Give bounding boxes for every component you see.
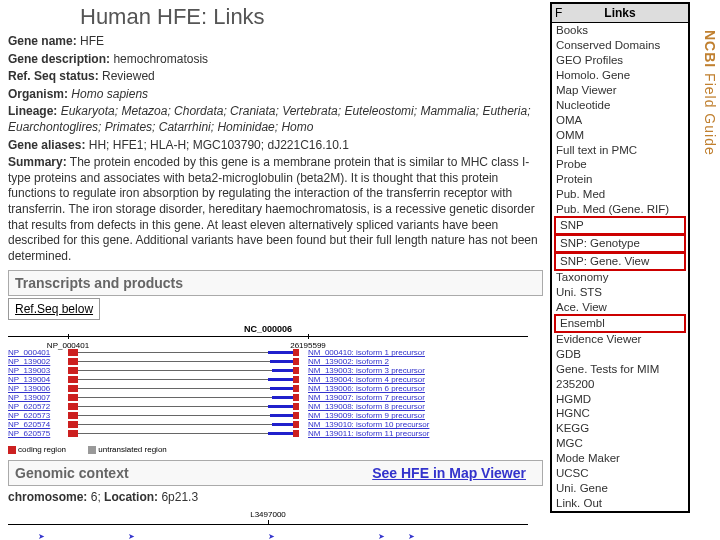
link-item[interactable]: Map Viewer [552, 83, 688, 98]
link-item[interactable]: Books [552, 23, 688, 38]
slide-title: Human HFE: Links [80, 4, 265, 30]
transcript-row: NP_139004NM_139004: isoform 4 precursor [8, 375, 528, 384]
gene-desc-value: hemochromatosis [113, 52, 208, 66]
main-content: Gene name: HFE Gene description: hemochr… [8, 32, 543, 540]
transcript-id-right[interactable]: NM_000410: isoform 1 precursor [308, 348, 425, 357]
lineage-value: Eukaryota; Metazoa; Chordata; Craniata; … [8, 104, 530, 134]
transcript-id-left[interactable]: NP_000401 [8, 348, 63, 357]
transcript-id-left[interactable]: NP_139004 [8, 375, 63, 384]
link-item[interactable]: 235200 [552, 377, 688, 392]
mapviewer-link[interactable]: See HFE in Map Viewer [372, 465, 526, 481]
chrom-label: NC_000006 [244, 324, 292, 334]
link-item[interactable]: Pub. Med (Gene. RIF) [552, 202, 688, 217]
link-item[interactable]: Mode Maker [552, 451, 688, 466]
transcript-id-left[interactable]: NP_139006 [8, 384, 63, 393]
chromosome-value: 6; [91, 490, 101, 504]
summary-value: The protein encoded by this gene is a me… [8, 155, 538, 263]
refseq-below-link[interactable]: Ref.Seq below [8, 298, 100, 320]
transcript-id-left[interactable]: NP_620572 [8, 402, 63, 411]
transcript-row: NP_139007NM_139007: isoform 7 precursor [8, 393, 528, 402]
transcript-id-right[interactable]: NM_139003: isoform 3 precursor [308, 366, 425, 375]
link-item[interactable]: Probe [552, 157, 688, 172]
gene-mark: ➤GTF1H1F [408, 532, 444, 540]
link-item[interactable]: Ensembl [554, 314, 686, 333]
location-value: 6p21.3 [161, 490, 198, 504]
transcripts-header: Transcripts and products [8, 270, 543, 296]
gene-name-value: HFE [80, 34, 104, 48]
links-panel: F Links BooksConserved DomainsGEO Profil… [550, 2, 690, 513]
gene-mark: ➤HIST1H1C [38, 532, 77, 540]
link-item[interactable]: HGNC [552, 406, 688, 421]
chromosome-label: chromosome: [8, 490, 87, 504]
link-item[interactable]: OMM [552, 128, 688, 143]
refseq-status-label: Ref. Seq status: [8, 69, 99, 83]
summary-label: Summary: [8, 155, 67, 169]
link-item[interactable]: Taxonomy [552, 270, 688, 285]
transcript-row: NP_000401NM_000410: isoform 1 precursor [8, 348, 528, 357]
refseq-status-value: Reviewed [102, 69, 155, 83]
link-item[interactable]: SNP [554, 216, 686, 235]
link-item[interactable]: Protein [552, 172, 688, 187]
genomic-diagram: L3497000 ➤HIST1H1C➤HIST1H1C➤HFE➤HIST1H1C… [8, 510, 528, 540]
transcript-id-left[interactable]: NP_620575 [8, 429, 63, 438]
transcript-id-right[interactable]: NM_139004: isoform 4 precursor [308, 375, 425, 384]
link-item[interactable]: Full text in PMC [552, 143, 688, 158]
transcript-id-right[interactable]: NM_139006: isoform 6 precursor [308, 384, 425, 393]
aliases-label: Gene aliases: [8, 138, 85, 152]
lineage-label: Lineage: [8, 104, 57, 118]
transcript-row: NP_139006NM_139006: isoform 6 precursor [8, 384, 528, 393]
link-item[interactable]: Evidence Viewer [552, 332, 688, 347]
link-item[interactable]: GDB [552, 347, 688, 362]
link-item[interactable]: Pub. Med [552, 187, 688, 202]
genomic-context-header: Genomic context See HFE in Map Viewer [8, 460, 543, 486]
transcript-row: NP_620572NM_139008: isoform 8 precursor [8, 402, 528, 411]
transcript-row: NP_139002NM_139002: isoform 2 [8, 357, 528, 366]
aliases-value: HH; HFE1; HLA-H; MGC103790; dJ221C16.10.… [89, 138, 349, 152]
link-item[interactable]: Uni. STS [552, 285, 688, 300]
link-item[interactable]: MGC [552, 436, 688, 451]
organism-label: Organism: [8, 87, 68, 101]
transcript-id-left[interactable]: NP_139003 [8, 366, 63, 375]
transcript-id-right[interactable]: NM_139002: isoform 2 [308, 357, 389, 366]
transcript-id-right[interactable]: NM_139008: isoform 8 precursor [308, 402, 425, 411]
organism-value: Homo sapiens [71, 87, 148, 101]
transcript-id-left[interactable]: NP_139002 [8, 357, 63, 366]
link-item[interactable]: Nucleotide [552, 98, 688, 113]
transcript-id-left[interactable]: NP_620573 [8, 411, 63, 420]
legend: coding region untranslated region [8, 445, 167, 454]
location-label: Location: [104, 490, 158, 504]
gene-mark: ➤HFE [268, 532, 284, 540]
link-item[interactable]: SNP: Gene. View [554, 252, 686, 271]
transcript-id-left[interactable]: NP_620574 [8, 420, 63, 429]
link-item[interactable]: KEGG [552, 421, 688, 436]
link-item[interactable]: Link. Out [552, 496, 688, 511]
transcript-id-right[interactable]: NM_139007: isoform 7 precursor [308, 393, 425, 402]
transcript-row: NP_620574NM_139010: isoform 10 precursor [8, 420, 528, 429]
link-item[interactable]: SNP: Genotype [554, 234, 686, 253]
link-item[interactable]: OMA [552, 113, 688, 128]
transcript-row: NP_139003NM_139003: isoform 3 precursor [8, 366, 528, 375]
transcript-id-left[interactable]: NP_139007 [8, 393, 63, 402]
link-item[interactable]: Conserved Domains [552, 38, 688, 53]
link-item[interactable]: GEO Profiles [552, 53, 688, 68]
link-item[interactable]: Gene. Tests for MIM [552, 362, 688, 377]
transcript-row: NP_620573NM_139009: isoform 9 precursor [8, 411, 528, 420]
transcript-row: NP_620575NM_139011: isoform 11 precursor [8, 429, 528, 438]
gene-name-label: Gene name: [8, 34, 77, 48]
link-item[interactable]: Ace. View [552, 300, 688, 315]
transcript-id-right[interactable]: NM_139009: isoform 9 precursor [308, 411, 425, 420]
transcript-id-right[interactable]: NM_139010: isoform 10 precursor [308, 420, 429, 429]
ncbi-field-guide-label: NCBI Field Guide [694, 30, 718, 156]
transcript-diagram: NC_000006 NP_000401 26195599 NP_000401NM… [8, 324, 528, 454]
link-item[interactable]: HGMD [552, 392, 688, 407]
links-header: F Links [552, 4, 688, 23]
gene-desc-label: Gene description: [8, 52, 110, 66]
gene-mark: ➤HIST1H1C [128, 532, 167, 540]
link-item[interactable]: UCSC [552, 466, 688, 481]
transcript-id-right[interactable]: NM_139011: isoform 11 precursor [308, 429, 429, 438]
link-item[interactable]: Uni. Gene [552, 481, 688, 496]
link-item[interactable]: Homolo. Gene [552, 68, 688, 83]
